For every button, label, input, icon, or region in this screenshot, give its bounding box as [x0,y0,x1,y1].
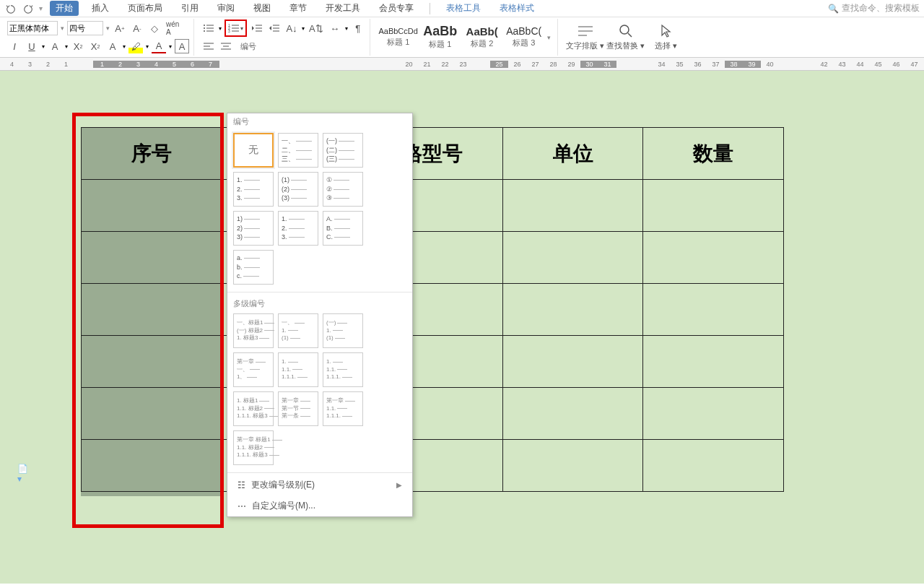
th-seq[interactable]: 序号 [82,128,222,180]
side-panel-icon[interactable]: 📄▾ [17,468,29,480]
bullets-button[interactable] [201,21,216,35]
tab-chapter[interactable]: 章节 [284,1,313,16]
th-qty[interactable]: 数量 [643,128,784,180]
numbering-option[interactable]: (1)(2)(3) [278,172,318,207]
tab-table-style[interactable]: 表格样式 [494,1,540,16]
tab-developer[interactable]: 开发工具 [320,1,366,16]
data-table[interactable]: 序号 格型号 单位 数量 [81,127,784,492]
svg-point-0 [204,25,205,26]
table-header-row[interactable]: 序号 格型号 单位 数量 [82,128,784,180]
font-size-select[interactable]: 四号 [67,21,103,35]
clear-format-button[interactable]: ◇ [147,21,162,35]
subscript-button[interactable]: X2 [88,39,103,53]
font-name-select[interactable]: 正黑体简体 [7,21,58,35]
table-row[interactable] [82,232,784,284]
multilevel-option[interactable]: 1.1.1.1.1.1. [323,352,363,387]
undo-button[interactable] [4,2,17,15]
multilevel-option[interactable]: (一)1.(1) [323,313,363,348]
outline-icon: ☷ [237,480,245,490]
select-button[interactable]: 选择 ▾ [646,23,687,51]
tab-table-tools[interactable]: 表格工具 [440,1,487,16]
numbering-option[interactable]: a.b.c. [233,250,274,285]
pinyin-button[interactable]: wénA [165,21,180,35]
tab-layout[interactable]: 页面布局 [122,1,168,16]
search-placeholder: 查找命令、搜索模板 [842,2,920,14]
th-unit[interactable]: 单位 [502,128,643,180]
svg-point-4 [204,30,205,32]
numbering-none[interactable]: 无 [233,133,274,168]
change-level-action[interactable]: ☷ 更改编号级别(E) ▶ [227,474,412,495]
text-direction-button[interactable]: A⇅ [308,21,325,35]
multilevel-option[interactable]: 第一章1.1.1.1.1. [323,391,363,426]
document-canvas[interactable]: 序号 格型号 单位 数量 编号 无一、二、三、(一)(二)(三)1.2.3.(1… [0,71,924,584]
svg-point-27 [620,25,629,34]
table-row[interactable] [82,180,784,232]
table-row[interactable] [82,336,784,388]
font-color-button[interactable]: A [152,39,166,53]
search-box[interactable]: 🔍 查找命令、搜索模板 [828,2,920,14]
show-marks-button[interactable]: ¶ [351,21,365,35]
multilevel-option[interactable]: 1. 标题11.1. 标题21.1.1. 标题3 [233,391,274,426]
cursor-icon [658,23,674,39]
numbering-label: 编号 [240,41,256,52]
underline-button[interactable]: U [25,39,39,53]
font-effect-button[interactable]: A [105,39,120,53]
decrease-indent-button[interactable] [250,21,264,35]
chevron-right-icon: ▶ [396,481,402,489]
tab-insert[interactable]: 插入 [86,1,115,16]
search-icon: 🔍 [828,4,839,14]
increase-indent-button[interactable] [267,21,282,35]
numbering-dropdown: 编号 无一、二、三、(一)(二)(三)1.2.3.(1)(2)(3)①②③1)2… [227,113,413,517]
multilevel-option[interactable]: 第一章第一节第一条 [278,391,318,426]
multilevel-option[interactable]: 第一章 标题11.1. 标题21.1.1. 标题3 [233,430,274,465]
table-row[interactable] [82,440,784,492]
more-icon: ⋯ [237,501,246,511]
quick-access: ▾ [4,2,43,15]
grow-font-button[interactable]: A+ [113,21,127,35]
highlight-button[interactable]: 🖊 [128,39,143,53]
align-left-button[interactable] [201,39,216,53]
find-replace-button[interactable]: 查找替换 ▾ [606,23,646,51]
shrink-font-button[interactable]: A- [130,21,144,35]
multilevel-option[interactable]: 一、1.(1) [278,313,318,348]
paragraph-group: ▾ 123▾ A↓▾ A⇅ ↔▾ ¶ 编号 [197,19,370,56]
text-wrap-button[interactable]: 文字排版 ▾ [565,23,606,51]
style-h2[interactable]: AaBb(标题 2 [461,26,503,49]
numbering-option[interactable]: A.B.C. [323,211,363,246]
char-border-button[interactable]: A [175,39,189,53]
numbering-option[interactable]: 1.2.3. [233,172,274,207]
multilevel-option[interactable]: 1.1.1.1.1.1. [278,352,318,387]
numbering-button[interactable]: 123▾ [227,21,245,35]
tab-references[interactable]: 引用 [175,1,204,16]
multilevel-option[interactable]: 第一章一、1、 [233,352,274,387]
italic-button[interactable]: I [7,39,22,53]
numbering-option[interactable]: ①②③ [323,172,363,207]
style-h3[interactable]: AaBbC(标题 3 [503,26,545,48]
numbering-option[interactable]: 1.2.3. [278,211,318,246]
table-row[interactable] [82,284,784,336]
redo-button[interactable] [22,2,35,15]
multilevel-option[interactable]: 一、标题1(一) 标题21. 标题3 [233,313,274,348]
numbering-option[interactable]: 一、二、三、 [278,133,318,168]
svg-text:3: 3 [228,29,230,33]
tab-start[interactable]: 开始 [50,1,79,16]
svg-line-28 [628,33,632,37]
menu-tabs: 开始 插入 页面布局 引用 审阅 视图 章节 开发工具 会员专享 表格工具 表格… [50,1,540,16]
ruler[interactable]: 4321123456720212223252627282930313435363… [0,58,924,71]
tab-review[interactable]: 审阅 [212,1,240,16]
align-center-button[interactable] [219,39,233,53]
style-h1[interactable]: AaBb标题 1 [419,25,461,50]
tab-view[interactable]: 视图 [248,1,276,16]
custom-numbering-action[interactable]: ⋯ 自定义编号(M)... [227,495,412,516]
sort-button[interactable]: A↓ [284,21,299,35]
strike-button[interactable]: A [48,39,62,53]
superscript-button[interactable]: X2 [71,39,85,53]
search-icon [618,23,634,39]
numbering-option[interactable]: (一)(二)(三) [323,133,363,168]
numbering-option[interactable]: 1)2)3) [233,211,274,246]
table-row[interactable] [82,388,784,440]
style-normal[interactable]: AaBbCcDd标题 1 [378,27,419,48]
dd-multi-grid: 一、标题1(一) 标题21. 标题3一、1.(1)(一)1.(1)第一章一、1、… [227,311,412,471]
align-dist-button[interactable]: ↔ [328,21,342,35]
tab-member[interactable]: 会员专享 [373,1,419,16]
